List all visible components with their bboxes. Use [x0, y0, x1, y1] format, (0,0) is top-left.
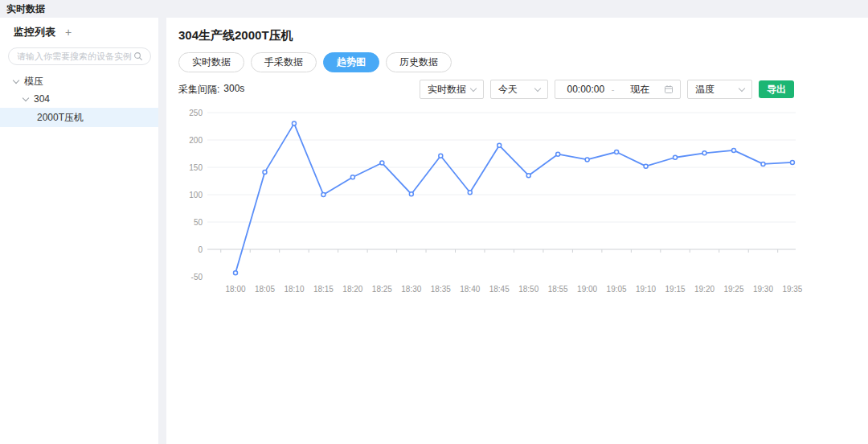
tree-node-label: 304 — [34, 93, 50, 105]
device-search-box[interactable] — [8, 47, 151, 65]
svg-text:50: 50 — [194, 218, 203, 227]
time-range-picker[interactable]: 00:00:00 - 现在 — [555, 80, 681, 99]
svg-text:18:50: 18:50 — [518, 285, 538, 294]
tab-realtime-data[interactable]: 实时数据 — [178, 52, 244, 72]
metric-select[interactable]: 温度 — [687, 80, 752, 99]
collect-interval: 采集间隔: 300s — [178, 83, 244, 97]
add-icon[interactable]: + — [65, 27, 72, 38]
svg-text:19:05: 19:05 — [607, 285, 627, 294]
svg-text:200: 200 — [189, 136, 203, 145]
tree-node-304[interactable]: 304 — [0, 90, 158, 108]
tree-node-label: 2000T压机 — [37, 111, 84, 125]
sidebar: 监控列表 + 模压 304 2000T压机 — [0, 18, 158, 444]
filter-controls: 实时数据 今天 00:00:00 - 现在 — [420, 80, 794, 99]
day-value: 今天 — [498, 83, 518, 97]
svg-text:150: 150 — [189, 163, 203, 172]
page-title: 304生产线2000T压机 — [166, 18, 868, 43]
svg-text:18:15: 18:15 — [313, 285, 334, 294]
svg-text:19:00: 19:00 — [577, 285, 597, 294]
time-range-separator: - — [610, 84, 616, 94]
sidebar-header: 监控列表 + — [0, 18, 158, 45]
svg-text:19:35: 19:35 — [782, 285, 802, 294]
chevron-down-icon[interactable] — [13, 76, 19, 83]
svg-text:-50: -50 — [191, 273, 203, 282]
tab-history-data[interactable]: 历史数据 — [386, 52, 452, 72]
tab-trend-chart[interactable]: 趋势图 — [323, 52, 379, 72]
svg-text:18:30: 18:30 — [401, 285, 421, 294]
collect-interval-value: 300s — [223, 83, 244, 97]
chevron-down-icon — [470, 84, 477, 91]
search-input[interactable] — [17, 51, 133, 61]
svg-text:250: 250 — [189, 109, 203, 117]
trend-chart-area: 250200150100500-5018:0018:0518:1018:1518… — [181, 105, 808, 305]
data-source-value: 实时数据 — [428, 83, 466, 97]
svg-text:0: 0 — [198, 245, 203, 254]
device-tree: 模压 304 2000T压机 — [0, 72, 158, 127]
export-button[interactable]: 导出 — [759, 80, 794, 98]
time-start-value[interactable]: 00:00:00 — [562, 84, 610, 95]
svg-text:19:30: 19:30 — [753, 285, 773, 294]
page-breadcrumb: 实时数据 — [6, 2, 45, 16]
time-end-value[interactable]: 现在 — [616, 83, 664, 97]
controls-row: 采集间隔: 300s 实时数据 今天 00:00:00 - 现在 — [178, 80, 794, 99]
chevron-down-icon — [739, 84, 745, 91]
tab-manual-data[interactable]: 手采数据 — [251, 52, 317, 72]
main-panel: 304生产线2000T压机 实时数据 手采数据 趋势图 历史数据 采集间隔: 3… — [166, 18, 868, 444]
day-select[interactable]: 今天 — [490, 80, 548, 99]
svg-text:19:10: 19:10 — [636, 285, 656, 294]
svg-text:18:55: 18:55 — [548, 285, 568, 294]
svg-text:18:05: 18:05 — [255, 285, 275, 294]
data-source-select[interactable]: 实时数据 — [420, 80, 484, 99]
svg-text:100: 100 — [189, 191, 203, 199]
svg-text:18:40: 18:40 — [460, 285, 480, 294]
tree-node-label: 模压 — [24, 75, 43, 88]
svg-text:18:20: 18:20 — [342, 285, 362, 294]
svg-text:19:20: 19:20 — [694, 285, 714, 294]
topbar: 实时数据 — [0, 0, 868, 18]
tree-node-2000t-press[interactable]: 2000T压机 — [0, 108, 158, 127]
tab-bar: 实时数据 手采数据 趋势图 历史数据 — [166, 43, 868, 72]
metric-value: 温度 — [695, 83, 714, 97]
svg-text:18:35: 18:35 — [431, 285, 451, 294]
svg-text:18:25: 18:25 — [372, 285, 392, 294]
svg-text:19:15: 19:15 — [665, 285, 686, 294]
collect-interval-label: 采集间隔: — [178, 83, 219, 97]
monitor-list-title: 监控列表 — [14, 25, 55, 39]
svg-text:19:25: 19:25 — [723, 285, 743, 294]
svg-text:18:00: 18:00 — [225, 285, 245, 294]
trend-line-chart: 250200150100500-5018:0018:0518:1018:1518… — [181, 105, 808, 302]
svg-text:18:10: 18:10 — [284, 285, 304, 294]
search-icon[interactable] — [133, 51, 143, 61]
chevron-down-icon[interactable] — [23, 94, 29, 101]
calendar-icon[interactable] — [664, 84, 674, 94]
tree-node-moya[interactable]: 模压 — [0, 72, 158, 90]
svg-text:18:45: 18:45 — [489, 285, 510, 294]
chevron-down-icon — [534, 84, 541, 91]
